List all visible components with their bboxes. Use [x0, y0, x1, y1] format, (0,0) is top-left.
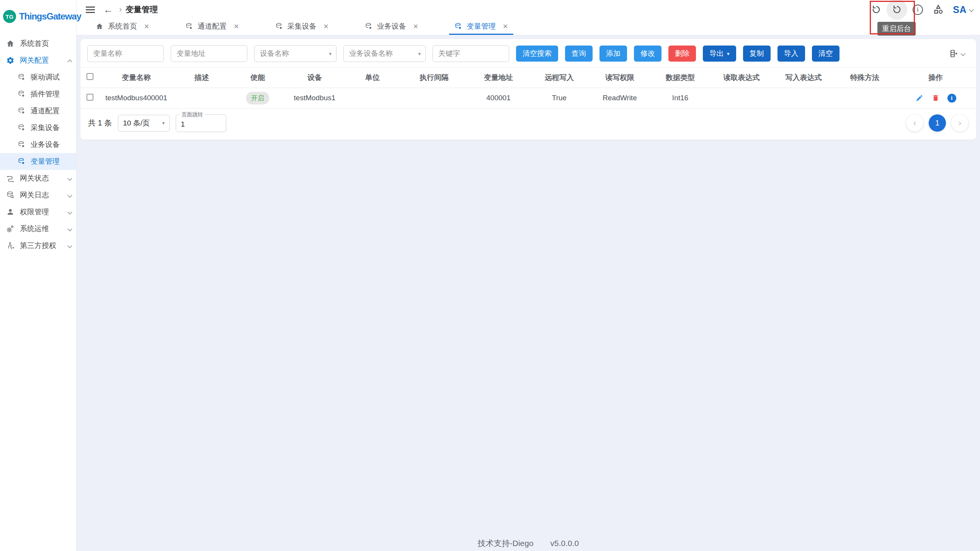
menu-toggle-icon[interactable] [86, 7, 95, 13]
sidebar-item-collect-device[interactable]: 采集设备 [0, 119, 76, 136]
back-arrow-icon[interactable]: ← [103, 5, 113, 15]
cell-rw-permission: ReadWrite [590, 88, 650, 108]
business-device-name-select[interactable]: 业务设备名称▾ [343, 45, 426, 62]
tab-channel-config[interactable]: 通道配置 ✕ [180, 19, 244, 35]
restart-tooltip: 重启后台 [877, 22, 916, 36]
table-header-row: 变量名称 描述 使能 设备 单位 执行间隔 变量地址 远程写入 读写权限 数据类… [80, 68, 976, 88]
add-button[interactable]: 添加 [599, 46, 627, 62]
clear-search-button[interactable]: 清空搜索 [516, 46, 558, 62]
chevron-down-icon [67, 193, 72, 198]
home-icon [96, 23, 103, 30]
user-icon [6, 208, 15, 216]
delete-button[interactable]: 删除 [668, 46, 696, 62]
current-page-button[interactable]: 1 [929, 114, 946, 132]
prev-page-button[interactable]: ‹ [906, 114, 923, 132]
delete-trash-icon[interactable] [931, 94, 940, 102]
breadcrumb: 变量管理 [126, 4, 158, 15]
enable-badge: 开启 [246, 92, 269, 104]
caret-down-icon: ▾ [162, 120, 165, 126]
database-gear-icon [18, 73, 25, 81]
variable-name-input[interactable] [87, 45, 164, 62]
about-info-icon[interactable]: i [911, 3, 924, 16]
database-gear-icon [18, 141, 25, 148]
col-unit: 单位 [345, 68, 400, 88]
edit-button[interactable]: 修改 [634, 46, 662, 62]
table-row: testModbus400001 开启 testModbus1 400001 T… [80, 88, 976, 108]
col-read-expression: 读取表达式 [710, 68, 773, 88]
tab-variable-manage[interactable]: 变量管理 ✕ [449, 19, 513, 35]
cell-description [173, 88, 230, 108]
restart-icon[interactable] [870, 3, 882, 16]
col-write-expression: 写入表达式 [773, 68, 835, 88]
tab-collect-device[interactable]: 采集设备 ✕ [270, 19, 334, 35]
database-gear-icon [454, 23, 462, 30]
variable-address-input[interactable] [171, 45, 247, 62]
restart-backend-icon[interactable] [891, 3, 903, 16]
cell-interval [400, 88, 468, 108]
import-button[interactable]: 导入 [777, 46, 805, 62]
col-interval: 执行间隔 [400, 68, 468, 88]
copy-button[interactable]: 复制 [743, 46, 771, 62]
chevron-down-icon [67, 243, 72, 248]
sidebar-item-gateway-status[interactable]: 网关状态 [0, 170, 76, 187]
query-button[interactable]: 查询 [565, 46, 593, 62]
tab-business-device[interactable]: 业务设备 ✕ [359, 19, 424, 35]
sidebar-item-system-ops[interactable]: 系统运维 [0, 220, 76, 237]
column-settings-button[interactable] [949, 49, 969, 58]
select-all-checkbox[interactable] [87, 73, 93, 80]
keyword-input[interactable] [433, 45, 509, 62]
topbar-actions: i SA [870, 0, 973, 19]
close-icon[interactable]: ✕ [144, 23, 149, 31]
export-dropdown-button[interactable]: 导出▾ [703, 46, 736, 62]
row-checkbox[interactable] [87, 94, 93, 101]
chevron-down-icon [969, 7, 974, 12]
page-jump-field: 页面跳转 [176, 114, 226, 132]
cell-remote-write: True [529, 88, 590, 108]
close-icon[interactable]: ✕ [234, 23, 239, 31]
app-title: ThingsGateway [19, 11, 81, 22]
next-page-button[interactable]: › [951, 114, 969, 132]
col-special-method: 特殊方法 [835, 68, 895, 88]
sidebar: TG ThingsGateway 系统首页 网关配置 驱动调试 插件管理 [0, 0, 77, 551]
theme-shapes-icon[interactable] [932, 3, 944, 16]
col-enable: 使能 [230, 68, 285, 88]
close-icon[interactable]: ✕ [323, 23, 329, 31]
sidebar-item-business-device[interactable]: 业务设备 [0, 136, 76, 153]
database-gear-icon [365, 23, 372, 30]
row-info-icon[interactable]: i [947, 94, 956, 103]
sidebar-item-permission-manage[interactable]: 权限管理 [0, 204, 76, 220]
edit-pencil-icon[interactable] [915, 94, 924, 102]
page-size-select[interactable]: 10 条/页 ▾ [118, 115, 170, 132]
main-area: ← › 变量管理 i SA 重启后台 系统首页 ✕ [77, 0, 980, 551]
pagination-bar: 共 1 条 10 条/页 ▾ 页面跳转 ‹ 1 › [80, 109, 976, 140]
tab-system-home[interactable]: 系统首页 ✕ [90, 19, 155, 35]
chevron-down-icon [67, 176, 72, 181]
total-count: 共 1 条 [88, 118, 112, 128]
col-rw-permission: 读写权限 [590, 68, 650, 88]
sidebar-item-gateway-config[interactable]: 网关配置 [0, 52, 76, 69]
caret-down-icon: ▾ [418, 51, 421, 57]
support-text: 技术支持-Diego [478, 539, 534, 548]
clear-button[interactable]: 清空 [812, 46, 840, 62]
app-logo[interactable]: TG ThingsGateway [0, 0, 76, 23]
user-menu[interactable]: SA [953, 4, 973, 15]
chevron-down-icon [67, 210, 72, 215]
sidebar-item-variable-manage[interactable]: 变量管理 [0, 153, 76, 170]
cell-device: testModbus1 [285, 88, 345, 108]
chevron-up-icon [67, 59, 72, 64]
close-icon[interactable]: ✕ [413, 23, 418, 31]
sidebar-item-driver-debug[interactable]: 驱动调试 [0, 69, 76, 86]
sidebar-item-third-party-auth[interactable]: 第三方授权 [0, 237, 76, 254]
logo-mark: TG [3, 10, 16, 23]
close-icon[interactable]: ✕ [503, 23, 508, 31]
sidebar-item-system-home[interactable]: 系统首页 [0, 35, 76, 52]
sidebar-menu: 系统首页 网关配置 驱动调试 插件管理 通道配置 采集设备 [0, 35, 76, 254]
cell-unit [345, 88, 400, 108]
col-description: 描述 [173, 68, 230, 88]
database-gear-icon [275, 23, 283, 30]
device-name-select[interactable]: 设备名称▾ [254, 45, 336, 62]
sidebar-item-gateway-log[interactable]: 网关日志 [0, 187, 76, 204]
sidebar-item-channel-config[interactable]: 通道配置 [0, 103, 76, 119]
sidebar-item-plugin-manage[interactable]: 插件管理 [0, 86, 76, 103]
col-remote-write: 远程写入 [529, 68, 590, 88]
